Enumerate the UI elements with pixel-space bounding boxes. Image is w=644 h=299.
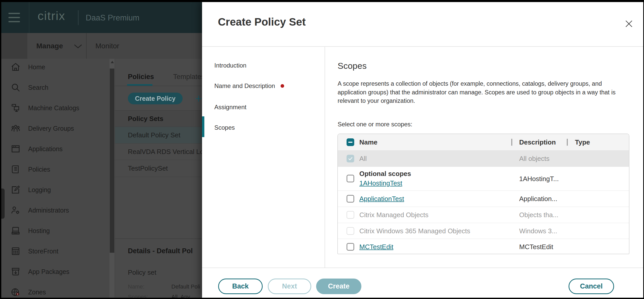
header-divider <box>29 2 29 33</box>
policy-sets-header: Policy Sets <box>115 111 202 127</box>
scrollbar-up-arrow[interactable] <box>111 61 114 63</box>
active-step-indicator <box>202 116 204 137</box>
sidebar-item-zones[interactable]: Zones <box>1 282 109 299</box>
details-name-label: Name: <box>128 283 145 290</box>
indeterminate-mark-icon <box>348 142 352 143</box>
column-header-name[interactable]: Name <box>359 138 377 146</box>
search-icon <box>10 82 21 93</box>
sidebar-item-label: Applications <box>28 145 63 153</box>
tab-monitor[interactable]: Monitor <box>95 42 119 50</box>
scope-link[interactable]: MCTestEdit <box>359 243 393 251</box>
cancel-button[interactable]: Cancel <box>569 279 614 294</box>
sidebar-item-administrators[interactable]: Administrators <box>1 200 109 220</box>
wizard-step-label: Assignment <box>214 104 246 111</box>
check-mark-icon <box>348 157 353 160</box>
scope-description: Objects tha... <box>519 211 558 219</box>
sidebar-item-label: Administrators <box>28 207 69 214</box>
sidebar-item-label: StoreFront <box>28 248 58 255</box>
column-resize-handle[interactable] <box>567 139 568 146</box>
column-header-type[interactable]: Type <box>575 138 590 146</box>
column-header-description[interactable]: Description <box>519 138 556 146</box>
sidebar-item-home[interactable]: Home <box>1 57 109 77</box>
close-icon <box>625 20 633 28</box>
checkbox-disabled <box>347 211 354 219</box>
window-frame-left <box>0 0 1 299</box>
wizard-step-assignment[interactable]: Assignment <box>214 104 246 111</box>
storefront-icon <box>10 246 21 257</box>
select-all-checkbox[interactable] <box>347 138 354 146</box>
policy-set-label: TestPolicySet <box>128 164 168 172</box>
checkbox[interactable] <box>347 175 354 182</box>
wizard-step-introduction[interactable]: Introduction <box>214 62 246 69</box>
close-button[interactable] <box>623 18 635 30</box>
checkbox[interactable] <box>347 243 354 251</box>
modal-title: Create Policy Set <box>218 16 306 28</box>
chevron-down-icon[interactable] <box>74 44 82 49</box>
sidebar-item-label: Search <box>28 84 48 91</box>
add-icon[interactable]: + <box>195 92 202 105</box>
sidebar-item-storefront[interactable]: StoreFront <box>1 241 109 261</box>
create-policy-button[interactable]: Create Policy <box>128 93 183 104</box>
next-button[interactable]: Next <box>268 279 311 294</box>
column-resize-handle[interactable] <box>511 139 512 146</box>
create-policy-label: Create Policy <box>135 95 175 102</box>
applications-icon <box>10 143 21 154</box>
scope-name: Citrix Managed Objects <box>359 211 428 219</box>
sidebar-item-delivery-groups[interactable]: Delivery Groups <box>1 118 109 139</box>
table-row: MCTestEdit MCTestEdit <box>338 239 629 254</box>
back-button[interactable]: Back <box>218 279 263 294</box>
sidebar-item-label: Hosting <box>28 227 50 235</box>
sidebar-item-applications[interactable]: Applications <box>1 139 109 159</box>
product-name: DaaS Premium <box>86 13 139 23</box>
logo-separator <box>78 10 79 25</box>
checkbox[interactable] <box>347 195 354 203</box>
scope-description: Windows 3... <box>519 227 557 235</box>
policy-set-label: Default Policy Set <box>128 131 180 139</box>
table-row: Optional scopes 1AHostingTest 1AHostingT… <box>338 167 629 191</box>
citrix-logo: citrix <box>38 9 65 23</box>
sidebar-item-label: Logging <box>28 186 51 194</box>
scope-name: All <box>359 155 367 163</box>
scopes-table: Name Description Type All All objects Op… <box>337 134 629 254</box>
tab-policies[interactable]: Policies <box>128 73 154 81</box>
scope-link[interactable]: 1AHostingTest <box>359 179 402 187</box>
home-icon <box>10 62 21 72</box>
window-frame-top <box>0 0 644 2</box>
sidebar-item-app-packages[interactable]: App Packages <box>1 261 109 282</box>
sidebar-item-search[interactable]: Search <box>1 77 109 98</box>
footer-divider <box>202 268 643 268</box>
modal-header-divider <box>202 46 643 47</box>
administrators-icon <box>10 205 21 216</box>
wizard-step-scopes[interactable]: Scopes <box>214 124 235 131</box>
policy-sets-header-label: Policy Sets <box>128 115 163 123</box>
sidebar-item-logging[interactable]: Logging <box>1 180 109 200</box>
policies-icon <box>10 164 21 175</box>
toolbar-separator <box>86 33 87 59</box>
table-row: Citrix Managed Objects Objects tha... <box>338 207 629 223</box>
scopes-description: A scope represents a collection of objec… <box>338 80 629 105</box>
scope-link[interactable]: ApplicationTest <box>359 195 404 203</box>
hosting-icon <box>10 225 21 236</box>
details-name-value: Default Poli <box>171 283 202 290</box>
wizard-step-name-description[interactable]: Name and Description <box>214 82 284 90</box>
sidebar-item-label: App Packages <box>28 268 69 275</box>
policy-set-label: RealVDA RDS Vertical Loa <box>128 148 207 156</box>
sidebar-item-hosting[interactable]: Hosting <box>1 220 109 241</box>
delivery-groups-icon <box>10 123 21 134</box>
sidebar-item-machine-catalogs[interactable]: Machine Catalogs <box>1 98 109 118</box>
left-edge-notch <box>1 189 5 219</box>
details-subheading: Policy set <box>128 269 156 276</box>
select-scopes-label: Select one or more scopes: <box>338 121 412 128</box>
wizard-step-label: Introduction <box>214 62 246 69</box>
table-row: All All objects <box>338 150 629 167</box>
sidebar-item-label: Delivery Groups <box>28 125 74 132</box>
scope-description: All objects <box>519 155 550 163</box>
scopes-heading: Scopes <box>338 61 367 71</box>
machine-catalogs-icon <box>10 103 21 113</box>
error-dot-icon <box>281 84 284 88</box>
sidebar-scrollbar-thumb[interactable] <box>110 69 114 253</box>
create-button[interactable]: Create <box>316 279 361 294</box>
tab-manage[interactable]: Manage <box>36 42 63 50</box>
sidebar-item-policies[interactable]: Policies <box>1 159 109 180</box>
tab-templates[interactable]: Templates <box>173 73 205 81</box>
